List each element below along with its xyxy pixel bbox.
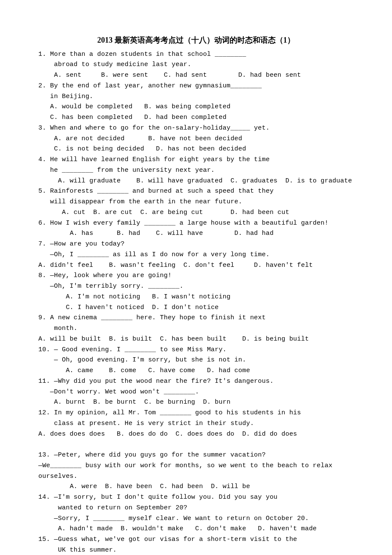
question-line: —Oh, I'm terribly sorry. ________. bbox=[38, 281, 354, 292]
question-line: —Sorry, I ________ myself clear. We want… bbox=[38, 514, 354, 524]
question-line: — Oh, good evening. I'm sorry, but she i… bbox=[38, 355, 354, 366]
question-stem: 1. More than a dozen students in that sc… bbox=[38, 49, 354, 60]
answer-options: A. does does does B. does do do C. does … bbox=[38, 429, 354, 440]
question-line: C. is not being decided D. has not been … bbox=[38, 144, 354, 155]
question-line: in Beijing. bbox=[38, 92, 354, 102]
question-stem: 9. A new cinema ________ here. They hope… bbox=[38, 313, 354, 324]
question-line: —Don't worry. Wet wood won't ________. bbox=[38, 387, 354, 398]
question-line: A. sent B. were sent C. had sent D. had … bbox=[38, 70, 354, 81]
question-line: A. came B. come C. have come D. had come bbox=[38, 366, 354, 376]
question-line: he ________ from the university next yea… bbox=[38, 165, 354, 176]
question-line: A. are not decided B. have not been deci… bbox=[38, 134, 354, 145]
question-line: will disappear from the earth in the nea… bbox=[38, 197, 354, 208]
question-stem: 4. He will have learned English for eigh… bbox=[38, 155, 354, 165]
question-line: A. cut B. are cut C. are being cut D. ha… bbox=[38, 208, 354, 218]
question-stem: 7. —How are you today? bbox=[38, 239, 354, 250]
question-line: —We________ busy with our work for month… bbox=[38, 461, 354, 482]
question-line: month. bbox=[38, 324, 354, 334]
question-line: UK this summer. bbox=[38, 545, 354, 555]
question-stem: 11. —Why did you put the wood near the f… bbox=[38, 376, 354, 387]
question-line: C. has been completed D. had been comple… bbox=[38, 113, 354, 123]
answer-options: A. will be built B. is built C. has been… bbox=[38, 334, 354, 345]
question-stem: 5. Rainforests ________ and burned at su… bbox=[38, 186, 354, 197]
answer-options: A. were B. have been C. had been D. will… bbox=[38, 482, 354, 492]
page-title: 2013 最新英语高考考点过（十八）动词的时态和语态（1） bbox=[38, 34, 354, 47]
question-stem: 14. —I'm sorry, but I don't quite follow… bbox=[38, 492, 354, 503]
question-stem: 15. —Guess what, we've got our visas for… bbox=[38, 535, 354, 545]
answer-options: A. didn't feel B. wasn't feeling C. don'… bbox=[38, 260, 354, 271]
question-line: abroad to study medicine last year. bbox=[38, 60, 354, 70]
blank-line bbox=[38, 439, 354, 450]
question-stem: 8. —Hey, look where you are going! bbox=[38, 271, 354, 281]
question-line: A. burnt B. be burnt C. be burning D. bu… bbox=[38, 397, 354, 408]
question-stem: 12. In my opinion, all Mr. Tom ________ … bbox=[38, 408, 354, 419]
question-line: C. I haven't noticed D. I don't notice bbox=[38, 303, 354, 313]
question-stem: 3. When and where to go for the on-salar… bbox=[38, 123, 354, 134]
question-line: A. will graduate B. will have graduated … bbox=[38, 176, 354, 187]
question-stem: 6. How I wish every family ________ a la… bbox=[38, 218, 354, 229]
questions-container: 1. More than a dozen students in that sc… bbox=[38, 49, 354, 555]
question-line: wanted to return on September 20? bbox=[38, 503, 354, 514]
question-line: A. would be completed B. was being compl… bbox=[38, 102, 354, 113]
question-line: A. I'm not noticing B. I wasn't noticing bbox=[38, 292, 354, 303]
question-line: A. has B. had C. will have D. had had bbox=[38, 228, 354, 239]
question-line: class at present. He is very strict in t… bbox=[38, 419, 354, 429]
question-stem: 2. By the end of last year, another new … bbox=[38, 81, 354, 92]
question-stem: 10. — Good evening. I ________ to see Mi… bbox=[38, 345, 354, 356]
question-line: A. hadn't made B. wouldn't make C. don't… bbox=[38, 524, 354, 535]
question-line: —Oh, I ________ as ill as I do now for a… bbox=[38, 250, 354, 260]
question-stem: 13. —Peter, where did you guys go for th… bbox=[38, 450, 354, 461]
